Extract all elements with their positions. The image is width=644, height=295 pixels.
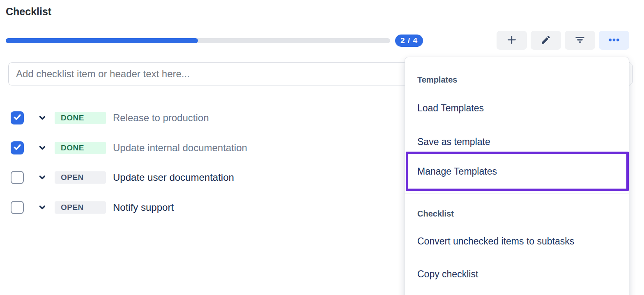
menu-item-convert-unchecked-to-subtasks[interactable]: Convert unchecked items to subtasks — [405, 230, 629, 253]
menu-item-copy-checklist[interactable]: Copy checklist — [405, 263, 629, 286]
item-text[interactable]: Update internal documentation — [113, 142, 247, 154]
menu-section-header-checklist: Checklist — [417, 209, 454, 219]
check-icon — [12, 112, 22, 124]
item-text[interactable]: Update user documentation — [113, 172, 234, 183]
checklist-row: OPEN Notify support — [11, 199, 174, 216]
chevron-down-icon[interactable] — [38, 113, 47, 122]
status-badge[interactable]: DONE — [55, 142, 106, 154]
edit-button[interactable] — [531, 31, 561, 50]
filter-button[interactable] — [565, 31, 595, 50]
item-text[interactable]: Release to production — [113, 112, 209, 124]
menu-item-manage-templates[interactable]: Manage Templates — [408, 154, 626, 189]
item-text[interactable]: Notify support — [113, 202, 174, 213]
checklist-panel: Checklist 2 / 4 — [0, 0, 644, 295]
chevron-down-icon[interactable] — [38, 203, 47, 212]
status-badge[interactable]: DONE — [55, 112, 106, 124]
item-checkbox-checked[interactable] — [11, 141, 24, 154]
more-actions-menu: Templates Load Templates Save as templat… — [405, 57, 629, 295]
checklist-row: OPEN Update user documentation — [11, 169, 234, 186]
ellipsis-icon — [608, 34, 620, 47]
annotation-highlight-box: Manage Templates — [406, 152, 629, 191]
check-icon — [12, 142, 22, 154]
menu-divider — [405, 194, 629, 194]
status-badge[interactable]: OPEN — [55, 171, 106, 184]
progress-bar — [6, 38, 390, 43]
menu-item-save-as-template[interactable]: Save as template — [405, 130, 629, 153]
plus-icon — [506, 34, 518, 47]
item-checkbox-unchecked[interactable] — [11, 171, 24, 184]
item-checkbox-unchecked[interactable] — [11, 201, 24, 214]
pencil-icon — [540, 35, 551, 46]
checklist-row: DONE Update internal documentation — [11, 140, 247, 156]
page-title: Checklist — [6, 6, 51, 18]
chevron-down-icon[interactable] — [38, 143, 47, 152]
chevron-down-icon[interactable] — [38, 173, 47, 182]
progress-count-badge: 2 / 4 — [395, 35, 423, 47]
progress-bar-fill — [6, 38, 198, 43]
more-actions-button[interactable] — [599, 31, 629, 50]
item-checkbox-checked[interactable] — [11, 111, 24, 124]
status-badge[interactable]: OPEN — [55, 201, 106, 214]
checklist-row: DONE Release to production — [11, 110, 209, 126]
menu-item-load-templates[interactable]: Load Templates — [405, 97, 629, 120]
add-item-button[interactable] — [497, 31, 527, 50]
toolbar — [497, 31, 629, 50]
menu-section-header-templates: Templates — [417, 75, 457, 85]
filter-icon — [575, 35, 585, 46]
